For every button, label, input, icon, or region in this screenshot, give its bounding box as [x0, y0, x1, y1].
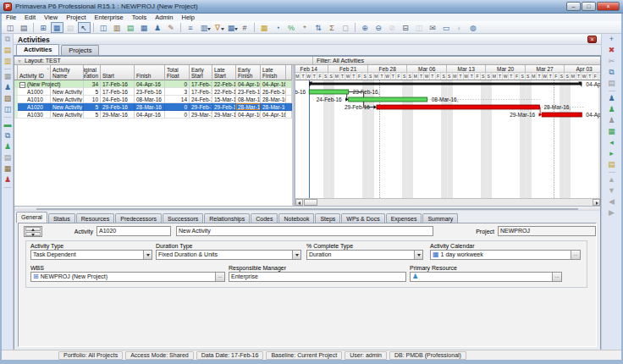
- assign-wps-docs-icon[interactable]: ▤: [605, 159, 619, 170]
- assign-activity-codes-icon[interactable]: ▦: [605, 126, 619, 137]
- details-tab-expenses[interactable]: Expenses: [386, 213, 422, 223]
- next-activity-button[interactable]: [25, 232, 41, 236]
- cell-a1020-early-start[interactable]: 29-Feb-16: [190, 103, 212, 111]
- column-header-blank[interactable]: [286, 65, 292, 80]
- close-view-button[interactable]: ×: [587, 36, 597, 43]
- bar-a1030[interactable]: [542, 113, 582, 117]
- cell-a1010-activity-name[interactable]: New Activity: [51, 96, 84, 103]
- copy-icon[interactable]: ⧉: [605, 67, 619, 78]
- cell-a1020-total-float[interactable]: 0: [165, 103, 190, 111]
- splitter-grip[interactable]: [36, 208, 578, 210]
- notebook-icon[interactable]: ✉: [427, 22, 439, 33]
- edit-layout-icon[interactable]: ✎: [165, 22, 178, 33]
- cell-a1000-start[interactable]: 17-Feb-16: [101, 88, 135, 96]
- menu-view[interactable]: View: [40, 14, 62, 21]
- previous-activity-button[interactable]: [25, 227, 41, 231]
- cell-a1020-original-duration[interactable]: 5: [84, 103, 101, 111]
- tab-projects[interactable]: Projects: [61, 45, 99, 55]
- cell-a1000-early-start[interactable]: 17-Feb-16: [190, 88, 212, 96]
- cell-a1030-finish[interactable]: 04-Apr-16: [135, 111, 165, 119]
- restore-button[interactable]: □: [582, 2, 596, 11]
- zoom-out-icon[interactable]: ⊖: [372, 22, 385, 33]
- wbs-icon[interactable]: ⧉: [2, 130, 14, 141]
- columns-icon[interactable]: ▥: [111, 22, 124, 33]
- duration-type-select[interactable]: Fixed Duration & Units: [156, 250, 301, 260]
- shift-right-icon[interactable]: ▶: [605, 207, 619, 218]
- column-header-finish[interactable]: Finish: [135, 65, 165, 80]
- print-icon[interactable]: ▤: [18, 22, 30, 33]
- print-preview-icon[interactable]: ◫: [4, 22, 17, 33]
- monitor-icon[interactable]: ◻: [339, 22, 352, 33]
- close-button[interactable]: ×: [597, 2, 620, 11]
- wps-and-docs-icon[interactable]: ▤: [2, 152, 14, 163]
- cell-a1010-late-finish[interactable]: 28-Mar-16: [261, 96, 286, 103]
- expenses-icon[interactable]: ▦: [2, 163, 14, 174]
- global-change-icon[interactable]: *: [299, 22, 312, 33]
- resource-assignment-icon[interactable]: ♟: [152, 22, 164, 33]
- assign-successors-icon[interactable]: ▸: [605, 148, 619, 159]
- cell-a1020-blank[interactable]: [286, 103, 292, 111]
- move-up-icon[interactable]: ▲: [605, 174, 619, 185]
- assign-by-role-icon[interactable]: ♟: [605, 115, 619, 126]
- cell-a1000-late-finish[interactable]: 26-Feb-16: [261, 88, 286, 96]
- table-row-a1020[interactable]: A1020New Activity529-Feb-1628-Mar-16029-…: [14, 103, 292, 111]
- details-tab-general[interactable]: General: [16, 212, 47, 223]
- collapse-icon[interactable]: −: [19, 82, 25, 88]
- cell-a1030-activity-id[interactable]: A1030: [18, 111, 51, 119]
- primary-resource-field[interactable]: ♟ ...: [410, 272, 562, 282]
- cell-a1010-blank[interactable]: [286, 96, 292, 103]
- cell-a1000-late-start[interactable]: 22-Feb-16: [212, 88, 236, 96]
- pointer-tool-icon[interactable]: ↖: [78, 22, 91, 33]
- help-icon[interactable]: ◍: [467, 22, 480, 33]
- cell-new-project-late-start[interactable]: 22-Feb-16: [212, 80, 236, 88]
- cell-a1020-activity-id[interactable]: A1020: [18, 103, 51, 111]
- activity-name-field[interactable]: New Activity: [176, 226, 433, 236]
- cell-a1020-early-finish[interactable]: 28-Mar-16: [236, 103, 261, 111]
- show-layout-icon[interactable]: ▥: [198, 22, 211, 33]
- layout-chevron-icon[interactable]: ▿: [14, 57, 25, 64]
- cell-a1010-original-duration[interactable]: 10: [84, 96, 101, 103]
- vertical-split-icon[interactable]: ◫: [413, 22, 426, 33]
- bar-a1020[interactable]: [377, 105, 540, 109]
- filters-icon[interactable]: ∇: [212, 22, 224, 33]
- update-progress-icon[interactable]: %: [285, 22, 298, 33]
- progress-spotlight-icon[interactable]: ◐: [454, 22, 466, 33]
- cell-a1010-early-start[interactable]: 24-Feb-16: [190, 96, 212, 103]
- cell-a1030-total-float[interactable]: 0: [165, 111, 190, 119]
- scroll-left-button[interactable]: [295, 199, 303, 206]
- details-tab-resources[interactable]: Resources: [76, 213, 114, 223]
- wbs-browse-button[interactable]: ...: [215, 273, 224, 281]
- details-tab-summary[interactable]: Summary: [422, 213, 458, 223]
- cell-new-project-early-start[interactable]: 17-Feb-16: [190, 80, 212, 88]
- gantt-chart-view-icon[interactable]: ▦: [51, 22, 63, 33]
- cell-a1010-start[interactable]: 24-Feb-16: [101, 96, 135, 103]
- scroll-thumb[interactable]: [304, 199, 317, 206]
- column-header-early-finish[interactable]: Early Finish: [236, 65, 261, 80]
- table-view-icon[interactable]: ⊞: [37, 22, 50, 33]
- gantt-horizontal-scrollbar[interactable]: [295, 198, 600, 206]
- cell-new-project-original-duration[interactable]: 34: [84, 80, 101, 88]
- move-down-icon[interactable]: ▼: [605, 185, 619, 196]
- cell-a1030-late-finish[interactable]: 04-Apr-16: [261, 111, 286, 119]
- bar-a1010[interactable]: [349, 97, 427, 102]
- activity-id-field[interactable]: A1020: [96, 226, 171, 236]
- responsible-manager-field[interactable]: Enterprise: [229, 272, 406, 282]
- enterprise-data-icon[interactable]: ▦: [2, 71, 14, 82]
- primary-resource-browse-button[interactable]: ...: [552, 273, 561, 281]
- assignments-icon[interactable]: ♟: [2, 141, 14, 152]
- activity-type-select[interactable]: Task Dependent: [30, 250, 152, 260]
- discussion-icon[interactable]: ▭: [440, 22, 453, 33]
- cell-a1000-total-float[interactable]: 3: [165, 88, 190, 96]
- cell-a1030-blank[interactable]: [286, 111, 292, 119]
- group-and-sort-icon[interactable]: ≡: [185, 22, 197, 33]
- details-tab-successors[interactable]: Successors: [163, 213, 203, 223]
- cell-a1030-early-start[interactable]: 29-Mar-16: [190, 111, 212, 119]
- pct-complete-type-select[interactable]: Duration: [306, 250, 423, 260]
- schedule-icon[interactable]: ▦: [258, 22, 271, 33]
- usage-profile-view-icon[interactable]: ▤: [64, 22, 77, 33]
- shift-left-icon[interactable]: ◀: [605, 196, 619, 207]
- assign-roles-icon[interactable]: ♟: [605, 104, 619, 115]
- layout-options-bar[interactable]: ▿ Layout: TEST Filter: All Activities: [14, 57, 600, 65]
- activity-details-icon[interactable]: ◫: [97, 22, 110, 33]
- cell-a1020-activity-name[interactable]: New Activity: [51, 103, 84, 111]
